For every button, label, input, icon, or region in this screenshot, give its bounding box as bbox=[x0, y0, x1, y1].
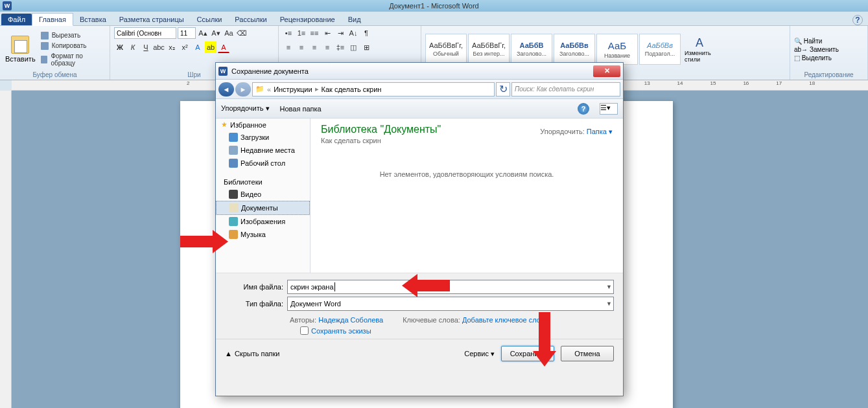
paste-button[interactable]: Вставить bbox=[4, 34, 37, 64]
library-subheader: Как сделать скрин bbox=[321, 137, 613, 144]
filename-input[interactable]: скрин экрана▼ bbox=[287, 280, 614, 294]
filename-label: Имя файла: bbox=[225, 283, 283, 291]
address-bar[interactable]: 📁 « Инструкции ▸ Как сделать скрин bbox=[252, 82, 495, 96]
cut-button[interactable]: Вырезать bbox=[40, 30, 106, 40]
italic-button[interactable]: К bbox=[127, 41, 139, 53]
underline-button[interactable]: Ч bbox=[140, 41, 152, 53]
ribbon-tabs: Файл Главная Вставка Разметка страницы С… bbox=[0, 12, 868, 26]
font-size-select[interactable] bbox=[178, 27, 196, 39]
help-button[interactable]: ? bbox=[852, 15, 863, 25]
align-right-button[interactable]: ≡ bbox=[309, 41, 320, 53]
bold-button[interactable]: Ж bbox=[114, 41, 126, 53]
styles-gallery[interactable]: АаБбВвГг,Обычный АаБбВвГг,Без интер... А… bbox=[425, 34, 681, 65]
tree-desktop[interactable]: Рабочий стол bbox=[216, 157, 310, 170]
style-normal[interactable]: АаБбВвГг,Обычный bbox=[425, 34, 467, 65]
tab-view[interactable]: Вид bbox=[342, 14, 368, 25]
text-effects-button[interactable]: A bbox=[192, 41, 204, 53]
select-button[interactable]: ⬚ Выделить bbox=[794, 54, 839, 62]
save-thumbnail-label: Сохранять эскизы bbox=[311, 327, 371, 335]
tree-video[interactable]: Видео bbox=[216, 188, 310, 201]
shrink-font-button[interactable]: A▾ bbox=[210, 27, 222, 39]
copy-icon bbox=[41, 42, 49, 50]
tree-favorites[interactable]: ★Избранное bbox=[216, 119, 310, 131]
grow-font-button[interactable]: A▴ bbox=[197, 27, 209, 39]
folder-icon: 📁 bbox=[255, 85, 264, 93]
refresh-button[interactable]: ↻ bbox=[496, 82, 510, 96]
authors-link[interactable]: Надежда Соболева bbox=[318, 316, 383, 324]
save-thumbnail-checkbox[interactable] bbox=[300, 326, 309, 335]
tab-insert[interactable]: Вставка bbox=[73, 14, 113, 25]
tab-layout[interactable]: Разметка страницы bbox=[113, 14, 191, 25]
justify-button[interactable]: ≡ bbox=[322, 41, 333, 53]
font-name-select[interactable] bbox=[114, 27, 176, 39]
clear-format-button[interactable]: ⌫ bbox=[236, 27, 248, 39]
multilevel-button[interactable]: ≡≡ bbox=[309, 27, 320, 39]
style-heading2[interactable]: АаБбВвЗаголово... bbox=[554, 34, 595, 65]
tree-music[interactable]: Музыка bbox=[216, 228, 310, 241]
word-app-icon: W bbox=[218, 67, 228, 76]
line-spacing-button[interactable]: ‡≡ bbox=[334, 41, 346, 53]
dialog-search-input[interactable]: Поиск: Как сделать скрин bbox=[511, 82, 620, 96]
font-color-button[interactable]: A bbox=[218, 41, 229, 53]
documents-icon bbox=[229, 203, 239, 212]
view-mode-button[interactable]: ☰▾ bbox=[600, 103, 618, 115]
style-nospacing[interactable]: АаБбВвГг,Без интер... bbox=[468, 34, 510, 65]
tab-mailings[interactable]: Рассылки bbox=[228, 14, 273, 25]
change-case-button[interactable]: Aa bbox=[223, 27, 235, 39]
scissors-icon bbox=[41, 32, 49, 40]
cancel-button[interactable]: Отмена bbox=[561, 346, 614, 361]
arrange-link[interactable]: Папка ▾ bbox=[587, 128, 613, 135]
align-left-button[interactable]: ≡ bbox=[283, 41, 294, 53]
tab-review[interactable]: Рецензирование bbox=[274, 14, 342, 25]
replace-button[interactable]: ab→ Заменить bbox=[794, 46, 839, 53]
style-title[interactable]: АаБНазвание bbox=[596, 34, 638, 65]
new-folder-button[interactable]: Новая папка bbox=[280, 105, 322, 113]
style-subtitle[interactable]: АаБбВвПодзагол... bbox=[639, 34, 681, 65]
decrease-indent-button[interactable]: ⇤ bbox=[322, 27, 333, 39]
vertical-ruler[interactable] bbox=[0, 91, 12, 408]
tree-recent[interactable]: Недавние места bbox=[216, 144, 310, 157]
crumb-2[interactable]: Как сделать скрин bbox=[322, 85, 382, 93]
tree-documents[interactable]: Документы bbox=[216, 201, 310, 215]
tab-references[interactable]: Ссылки bbox=[191, 14, 229, 25]
tree-pictures[interactable]: Изображения bbox=[216, 215, 310, 228]
bullets-button[interactable]: •≡ bbox=[283, 27, 294, 39]
tree-libraries[interactable]: Библиотеки bbox=[216, 176, 310, 188]
tab-file[interactable]: Файл bbox=[1, 14, 32, 25]
increase-indent-button[interactable]: ⇥ bbox=[334, 27, 346, 39]
change-styles-button[interactable]: A Изменить стили bbox=[683, 35, 716, 64]
tab-home[interactable]: Главная bbox=[32, 13, 73, 26]
style-heading1[interactable]: АаБбВЗаголово... bbox=[511, 34, 552, 65]
subscript-button[interactable]: x₂ bbox=[166, 41, 178, 53]
nav-back-button[interactable]: ◄ bbox=[218, 82, 234, 96]
find-button[interactable]: 🔍 Найти bbox=[794, 38, 839, 45]
sort-button[interactable]: A↓ bbox=[347, 27, 359, 39]
tree-downloads[interactable]: Загрузки bbox=[216, 131, 310, 144]
numbering-button[interactable]: 1≡ bbox=[296, 27, 307, 39]
strike-button[interactable]: abc bbox=[153, 41, 165, 53]
organize-button[interactable]: Упорядочить ▾ bbox=[221, 104, 270, 113]
file-list-pane[interactable]: Библиотека "Документы" Как сделать скрин… bbox=[311, 119, 623, 273]
crumb-1[interactable]: Инструкции bbox=[274, 85, 312, 93]
paste-icon bbox=[11, 36, 29, 54]
copy-button[interactable]: Копировать bbox=[40, 41, 106, 51]
shading-button[interactable]: ◫ bbox=[347, 41, 359, 53]
chevron-down-icon[interactable]: ▼ bbox=[606, 300, 612, 307]
superscript-button[interactable]: x² bbox=[179, 41, 191, 53]
annotation-arrow-3 bbox=[533, 312, 556, 367]
dialog-close-button[interactable]: ✕ bbox=[593, 65, 620, 77]
tools-button[interactable]: Сервис ▾ bbox=[464, 350, 495, 358]
dialog-help-button[interactable]: ? bbox=[578, 103, 589, 115]
hide-folders-button[interactable]: ▲Скрыть папки bbox=[225, 350, 279, 357]
show-marks-button[interactable]: ¶ bbox=[360, 27, 372, 39]
align-center-button[interactable]: ≡ bbox=[296, 41, 307, 53]
filetype-label: Тип файла: bbox=[225, 300, 283, 308]
nav-forward-button[interactable]: ► bbox=[235, 82, 251, 96]
filetype-select[interactable]: Документ Word▼ bbox=[287, 297, 614, 311]
quick-access-toolbar: W bbox=[3, 0, 12, 12]
chevron-down-icon[interactable]: ▼ bbox=[606, 284, 612, 290]
highlight-button[interactable]: ab bbox=[205, 41, 217, 53]
dialog-titlebar[interactable]: W Сохранение документа ✕ bbox=[216, 63, 623, 80]
borders-button[interactable]: ⊞ bbox=[360, 41, 372, 53]
format-painter-button[interactable]: Формат по образцу bbox=[40, 51, 106, 68]
